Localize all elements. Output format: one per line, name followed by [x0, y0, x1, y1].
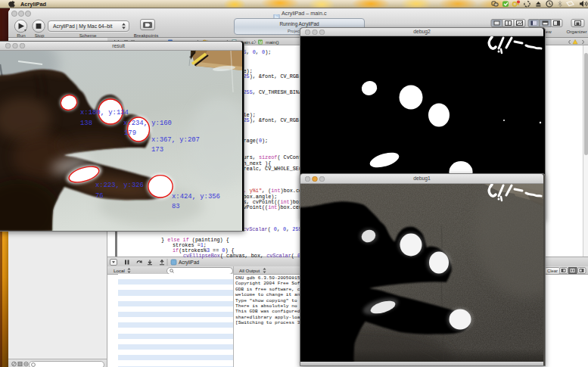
svg-text:x:223, y:326: x:223, y:326: [95, 182, 144, 189]
svg-text:AcryliPad: AcryliPad: [20, 1, 47, 8]
svg-text:x:180, y:134: x:180, y:134: [80, 109, 129, 117]
svg-text:179: 179: [124, 129, 136, 137]
svg-text:138: 138: [80, 120, 92, 127]
svg-text:x:234, y:160: x:234, y:160: [123, 120, 172, 127]
svg-text:76: 76: [95, 192, 104, 200]
svg-text:AcryliPad: AcryliPad: [179, 260, 199, 266]
svg-text:173: 173: [151, 146, 163, 154]
svg-text:x:367, y:207: x:367, y:207: [151, 136, 200, 144]
svg-text:x:424, y:356: x:424, y:356: [172, 193, 220, 201]
svg-text:83: 83: [172, 203, 180, 210]
svg-text:M: M: [259, 39, 262, 44]
svg-text:main(): main(): [266, 39, 279, 45]
